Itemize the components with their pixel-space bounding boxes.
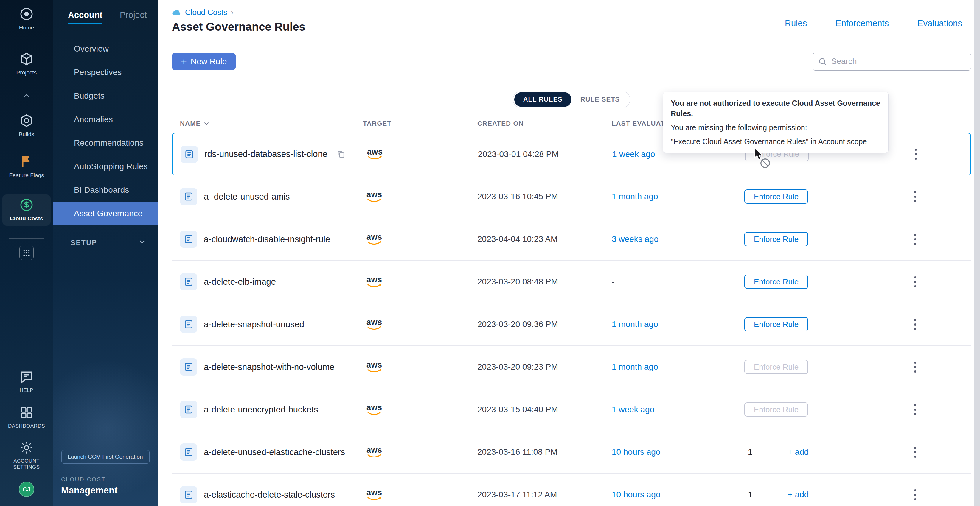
rail-item-grid[interactable]: [2, 246, 51, 260]
sidebar-item-autostopping-rules[interactable]: AutoStopping Rules: [53, 155, 158, 178]
kebab-menu-icon[interactable]: [911, 273, 919, 290]
aws-text: aws: [366, 489, 382, 497]
kebab-menu-icon[interactable]: [911, 486, 919, 503]
enforce-rule-button[interactable]: Enforce Rule: [744, 402, 808, 417]
table-row[interactable]: a-cloudwatch-disable-insight-ruleaws2023…: [172, 218, 971, 260]
search-box: [813, 53, 971, 71]
rule-name[interactable]: a- delete-unused-amis: [204, 192, 290, 201]
enforce-rule-button[interactable]: Enforce Rule: [744, 274, 808, 289]
sidebar-item-anomalies[interactable]: Anomalies: [53, 108, 158, 131]
cloud-costs-icon: [172, 9, 181, 16]
rule-name[interactable]: a-delete-unused-elasticache-clusters: [204, 447, 345, 457]
rail-item-feature-flags[interactable]: Feature Flags: [2, 154, 51, 179]
column-target[interactable]: TARGET: [363, 120, 477, 127]
kebab-menu-icon[interactable]: [912, 146, 920, 163]
nav-link-evaluations[interactable]: Evaluations: [918, 19, 962, 28]
sidebar-item-asset-governance[interactable]: Asset Governance: [53, 201, 158, 225]
add-enforcement-link[interactable]: + add: [788, 490, 809, 500]
add-enforcement-link[interactable]: + add: [788, 447, 809, 457]
sidebar-footer: Launch CCM First Generation CLOUD COST M…: [53, 450, 158, 506]
table-row[interactable]: a-delete-snapshot-with-no-volumeaws2023-…: [172, 346, 971, 389]
last-evaluation[interactable]: 1 week ago: [612, 405, 654, 414]
rule-icon: [180, 273, 197, 290]
sidebar-item-budgets[interactable]: Budgets: [53, 84, 158, 108]
column-created-on[interactable]: CREATED ON: [477, 120, 612, 127]
table-row[interactable]: a-elasticache-delete-stale-clustersaws20…: [172, 474, 971, 506]
enforce-rule-button[interactable]: Enforce Rule: [744, 317, 808, 332]
rail-item-label: Cloud Costs: [10, 215, 43, 222]
rule-name[interactable]: a-delete-unencrypted-buckets: [204, 405, 318, 414]
kebab-menu-icon[interactable]: [911, 188, 919, 205]
last-evaluation[interactable]: 1 month ago: [612, 192, 658, 201]
module-rail: HomeProjectsBuildsFeature FlagsCloud Cos…: [0, 0, 53, 506]
enforcement-count[interactable]: 1: [748, 490, 752, 500]
rail-item-account-settings[interactable]: ACCOUNT SETTINGS: [2, 440, 51, 471]
last-evaluation[interactable]: 1 month ago: [612, 362, 658, 372]
rule-name[interactable]: a-cloudwatch-disable-insight-rule: [204, 235, 330, 244]
rail-item-help[interactable]: HELP: [2, 370, 51, 393]
last-evaluation[interactable]: 1 month ago: [612, 320, 658, 329]
cloud-costs-icon: [19, 197, 34, 213]
last-evaluation[interactable]: 10 hours ago: [612, 490, 660, 500]
tab-project[interactable]: Project: [120, 10, 146, 24]
sidebar-item-overview[interactable]: Overview: [53, 37, 158, 60]
rail-item-cloud-costs[interactable]: Cloud Costs: [2, 195, 51, 226]
rail-item-dashboards[interactable]: DASHBOARDS: [2, 405, 51, 429]
enforcement-count[interactable]: 1: [748, 447, 752, 457]
nav-link-rules[interactable]: Rules: [785, 19, 807, 28]
rail-item-builds[interactable]: Builds: [2, 113, 51, 138]
table-row[interactable]: a-delete-snapshot-unusedaws2023-03-20 09…: [172, 303, 971, 346]
sidebar-item-perspectives[interactable]: Perspectives: [53, 60, 158, 84]
aws-logo: aws: [366, 446, 382, 458]
column-name[interactable]: NAME: [172, 120, 363, 127]
settings-gear-icon: [19, 440, 34, 455]
product-name: Management: [61, 485, 158, 496]
breadcrumb-cloud-costs[interactable]: Cloud Costs: [185, 8, 228, 17]
launch-ccm-button[interactable]: Launch CCM First Generation: [61, 450, 150, 464]
enforce-rule-button[interactable]: Enforce Rule: [744, 189, 808, 204]
kebab-menu-icon[interactable]: [911, 358, 919, 376]
copy-icon[interactable]: [336, 150, 345, 159]
last-evaluation[interactable]: 10 hours ago: [612, 447, 660, 457]
table-row[interactable]: a-delete-unencrypted-bucketsaws2023-03-1…: [172, 389, 971, 431]
sidebar-item-bi-dashboards[interactable]: BI Dashboards: [53, 178, 158, 201]
rule-name[interactable]: a-delete-snapshot-unused: [204, 320, 304, 329]
rule-name[interactable]: a-elasticache-delete-stale-clusters: [204, 490, 335, 500]
enforce-rule-button[interactable]: Enforce Rule: [744, 232, 808, 246]
enforce-rule-button[interactable]: Enforce Rule: [744, 360, 808, 374]
rule-icon: [180, 486, 197, 503]
avatar[interactable]: CJ: [19, 482, 34, 497]
tooltip-line-2: You are missing the following permission…: [671, 122, 880, 133]
search-input[interactable]: [813, 53, 971, 71]
rail-item-home[interactable]: Home: [2, 6, 51, 31]
rail-item-projects[interactable]: Projects: [2, 52, 51, 76]
created-on: 2023-03-15 04:40 PM: [477, 405, 612, 414]
table-row[interactable]: a-delete-unused-elasticache-clustersaws2…: [172, 431, 971, 474]
toggle-rule-sets[interactable]: RULE SETS: [571, 92, 629, 107]
rule-name[interactable]: rds-unused-databases-list-clone: [204, 149, 328, 159]
new-rule-button[interactable]: + New Rule: [172, 53, 236, 70]
kebab-menu-icon[interactable]: [911, 231, 919, 248]
aws-logo: aws: [366, 233, 382, 246]
kebab-menu-icon[interactable]: [911, 316, 919, 333]
rule-name[interactable]: a-delete-elb-image: [204, 277, 276, 287]
user-avatar[interactable]: CJ: [2, 482, 51, 497]
kebab-menu-icon[interactable]: [911, 401, 919, 418]
tab-account[interactable]: Account: [68, 10, 102, 24]
table-row[interactable]: a-delete-elb-imageaws2023-03-20 08:48 PM…: [172, 260, 971, 303]
rail-item-collapse[interactable]: [2, 91, 51, 101]
rule-name[interactable]: a-delete-snapshot-with-no-volume: [204, 362, 334, 372]
sort-caret-icon: [204, 122, 209, 126]
last-evaluation[interactable]: 1 week ago: [612, 149, 655, 159]
scrollbar[interactable]: [974, 0, 980, 506]
rules-toggle: ALL RULES RULE SETS: [513, 90, 630, 108]
created-on: 2023-03-20 09:23 PM: [477, 362, 612, 372]
sidebar-setup[interactable]: SETUP: [53, 238, 158, 248]
toggle-all-rules[interactable]: ALL RULES: [514, 92, 571, 107]
kebab-menu-icon[interactable]: [911, 444, 919, 461]
rule-icon: [180, 358, 197, 376]
nav-link-enforcements[interactable]: Enforcements: [835, 19, 889, 28]
last-evaluation[interactable]: 3 weeks ago: [612, 235, 659, 244]
table-row[interactable]: a- delete-unused-amisaws2023-03-16 10:45…: [172, 175, 971, 218]
sidebar-item-recommendations[interactable]: Recommendations: [53, 131, 158, 155]
